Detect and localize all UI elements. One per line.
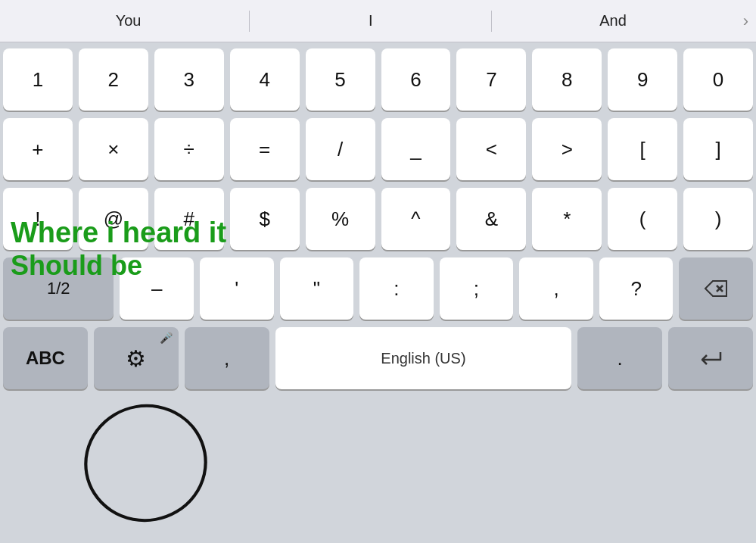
punctuation-row: 1/2 – ' " : ; , ? bbox=[3, 257, 753, 320]
key-3[interactable]: 3 bbox=[154, 48, 224, 111]
key-spacebar[interactable]: English (US) bbox=[275, 327, 572, 389]
key-equals[interactable]: = bbox=[230, 118, 300, 180]
key-abc[interactable]: ABC bbox=[3, 327, 88, 389]
key-gear[interactable]: ⚙ 🎤 bbox=[94, 327, 179, 389]
autocomplete-expand-arrow[interactable]: › bbox=[734, 11, 748, 31]
autocomplete-item-3[interactable]: And bbox=[492, 6, 733, 36]
bottom-row: ABC ⚙ 🎤 , English (US) . bbox=[3, 327, 753, 389]
key-7[interactable]: 7 bbox=[456, 48, 526, 111]
key-at[interactable]: @ bbox=[79, 188, 148, 250]
key-close-paren[interactable]: ) bbox=[683, 188, 753, 250]
key-caret[interactable]: ^ bbox=[381, 188, 451, 250]
circle-annotation bbox=[75, 395, 216, 532]
key-open-paren[interactable]: ( bbox=[608, 188, 677, 250]
key-backspace[interactable] bbox=[679, 257, 753, 320]
key-ampersand[interactable]: & bbox=[456, 188, 526, 250]
key-open-bracket[interactable]: [ bbox=[608, 118, 677, 180]
key-half[interactable]: 1/2 bbox=[3, 257, 114, 320]
key-quote[interactable]: " bbox=[280, 257, 354, 320]
special-row: ! @ # $ % ^ & * ( ) bbox=[3, 188, 753, 250]
key-exclaim[interactable]: ! bbox=[3, 188, 73, 250]
key-comma-bottom[interactable]: , bbox=[185, 327, 269, 389]
number-row: 1 2 3 4 5 6 7 8 9 0 bbox=[3, 48, 753, 111]
key-period[interactable]: . bbox=[577, 327, 662, 389]
key-divide[interactable]: ÷ bbox=[154, 118, 224, 180]
gear-icon: ⚙ bbox=[126, 345, 146, 372]
autocomplete-item-1[interactable]: You bbox=[8, 6, 249, 36]
key-5[interactable]: 5 bbox=[306, 48, 375, 111]
key-close-bracket[interactable]: ] bbox=[683, 118, 753, 180]
key-asterisk[interactable]: * bbox=[532, 188, 602, 250]
key-comma2[interactable]: , bbox=[519, 257, 593, 320]
key-enter[interactable] bbox=[668, 327, 753, 389]
key-4[interactable]: 4 bbox=[230, 48, 300, 111]
key-plus[interactable]: + bbox=[3, 118, 73, 180]
autocomplete-item-2[interactable]: I bbox=[250, 6, 491, 36]
key-dash[interactable]: – bbox=[120, 257, 194, 320]
key-greater-than[interactable]: > bbox=[532, 118, 602, 180]
autocomplete-bar: You I And › bbox=[0, 0, 756, 42]
key-question[interactable]: ? bbox=[599, 257, 674, 320]
key-percent[interactable]: % bbox=[306, 188, 375, 250]
key-multiply[interactable]: × bbox=[79, 118, 148, 180]
keyboard: Where i heard it Should be 1 2 3 4 5 6 7… bbox=[0, 42, 756, 543]
key-8[interactable]: 8 bbox=[532, 48, 602, 111]
key-less-than[interactable]: < bbox=[456, 118, 526, 180]
key-semicolon[interactable]: ; bbox=[440, 257, 514, 320]
key-apostrophe[interactable]: ' bbox=[200, 257, 274, 320]
key-6[interactable]: 6 bbox=[381, 48, 451, 111]
key-2[interactable]: 2 bbox=[79, 48, 148, 111]
key-slash[interactable]: / bbox=[306, 118, 375, 180]
key-hash[interactable]: # bbox=[154, 188, 224, 250]
key-colon[interactable]: : bbox=[359, 257, 434, 320]
key-dollar[interactable]: $ bbox=[230, 188, 300, 250]
key-1[interactable]: 1 bbox=[3, 48, 73, 111]
mic-icon: 🎤 bbox=[160, 332, 173, 344]
key-0[interactable]: 0 bbox=[683, 48, 753, 111]
math-row: + × ÷ = / _ < > [ ] bbox=[3, 118, 753, 180]
key-underscore[interactable]: _ bbox=[381, 118, 451, 180]
key-9[interactable]: 9 bbox=[608, 48, 677, 111]
